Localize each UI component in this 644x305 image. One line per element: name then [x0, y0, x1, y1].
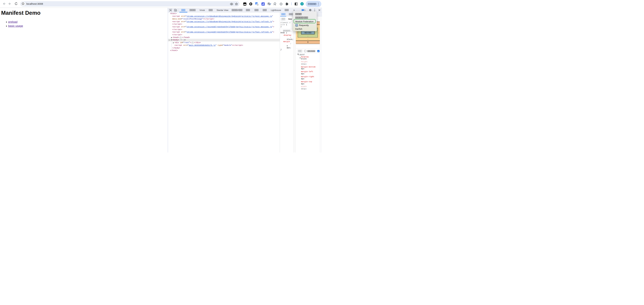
svg-text:-: -	[318, 32, 319, 34]
svg-text:-: -	[315, 32, 316, 34]
svg-text:-: -	[297, 32, 297, 34]
svg-text:-: -	[308, 35, 308, 37]
svg-text:983×969: 983×969	[304, 32, 311, 34]
svg-text:-: -	[300, 32, 301, 34]
svg-text:-: -	[308, 38, 308, 40]
svg-text:8: 8	[308, 41, 308, 43]
